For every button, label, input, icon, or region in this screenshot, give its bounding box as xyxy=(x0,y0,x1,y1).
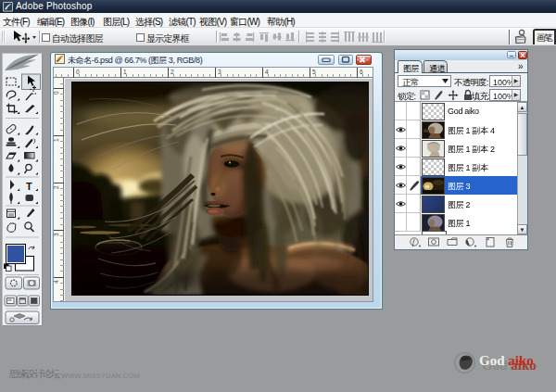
svg-text:T: T xyxy=(26,181,32,192)
